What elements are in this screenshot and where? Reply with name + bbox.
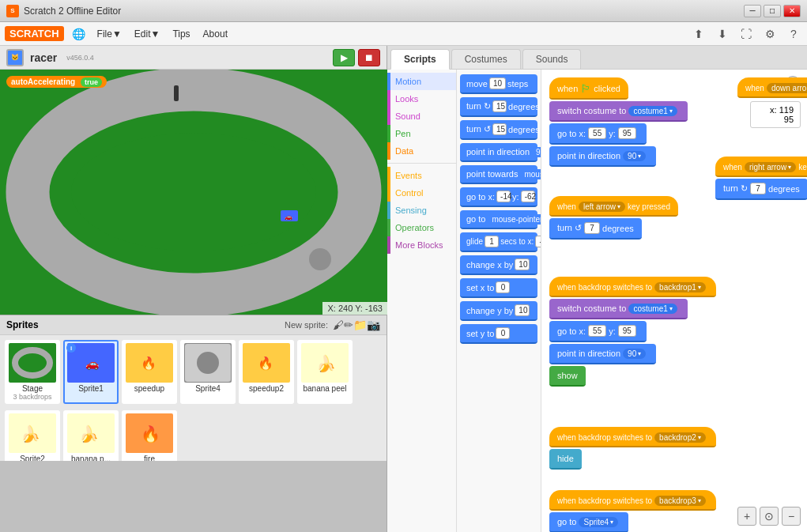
turn-val-ccw[interactable]: 7 [584,222,600,234]
upload-button[interactable]: ⬆ [690,25,707,43]
sprite-thumb-bananap[interactable]: 🍌 banana p... [63,410,119,461]
block-point-dir-2[interactable]: point in direction 90 [549,344,656,364]
block-goto[interactable]: go to mouse-pointer▾ [460,210,537,229]
sprite-thumb-sprite2[interactable]: 🍌 Sprite2 [5,410,60,461]
goto-y1[interactable]: 95 [618,127,636,139]
block-turncw-val[interactable]: 15 [492,100,507,112]
block-glide[interactable]: glide 1 secs to x:-14 y:-62 [460,232,537,252]
block-goto-target[interactable]: mouse-pointer▾ [487,214,541,224]
category-events[interactable]: Events [387,167,456,184]
block-point-dir-1[interactable]: point in direction 90 [549,146,656,167]
block-when-backdrop1[interactable]: when backdrop switches to backdrop1 [549,277,716,297]
category-more[interactable]: More Blocks [387,236,456,254]
block-point-towards[interactable]: point towards mouse-pointer▾ [460,165,537,184]
block-hide[interactable]: hide [549,449,582,470]
tab-sounds[interactable]: Sounds [522,49,582,69]
block-goto-xy-1[interactable]: go to x: 55 y: 95 [549,123,647,145]
category-operators[interactable]: Operators [387,219,456,236]
category-pen[interactable]: Pen [387,125,456,142]
camera-sprite-button[interactable]: 📷 [367,319,380,331]
edit-menu[interactable]: Edit▼ [131,27,164,41]
block-changey-val[interactable]: 10 [515,304,530,316]
block-move-val[interactable]: 10 [489,77,506,89]
fullscreen-button[interactable]: ⛶ [737,25,755,43]
block-set-x[interactable]: set x to 0 [460,278,537,298]
sprite-thumb-speedup[interactable]: 🔥 speedup [122,340,177,404]
block-turn-cw[interactable]: turn ↻ 15 degrees [460,97,537,117]
sprite-thumb-sprite1[interactable]: i 🚗 Sprite1 [63,340,119,404]
category-sound[interactable]: Sound [387,108,456,125]
block-when-down-arrow[interactable]: when down arro [737,77,807,98]
block-setx-val[interactable]: 0 [496,281,510,293]
tab-costumes[interactable]: Costumes [451,49,521,69]
file-menu[interactable]: File▼ [94,27,125,41]
tab-scripts[interactable]: Scripts [390,49,450,70]
go-button[interactable]: ▶ [333,49,355,66]
dir-dropdown-2[interactable]: 90 [623,349,646,359]
sprite-thumb-bananapeel[interactable]: 🍌 banana peel [297,340,353,404]
costume-dropdown-1[interactable]: costume1 [628,106,677,116]
key-dropdown-left[interactable]: left arrow [579,202,625,212]
goto-x1[interactable]: 55 [588,127,606,139]
about-menu[interactable]: About [200,27,231,41]
block-direction-val[interactable]: 90▾ [531,147,541,157]
block-goto-xy[interactable]: go to x:-14 y:-62 [460,187,537,207]
block-turn-ccw[interactable]: turn ↺ 15 degrees [460,120,537,140]
costume-dropdown-2[interactable]: costume1 [628,304,677,314]
maximize-button[interactable]: □ [764,5,781,17]
close-button[interactable]: ✕ [783,5,801,17]
help-circle-button[interactable]: ? [785,25,802,43]
block-turnccw-val[interactable]: 15 [492,123,507,135]
settings-button[interactable]: ⚙ [761,25,779,43]
sprite-thumb-speedup2[interactable]: 🔥 speedup2 [239,340,294,404]
sprite-thumb-fire[interactable]: 🔥 fire [122,410,177,461]
key-dropdown-down[interactable]: down arro [767,83,807,93]
sprite-thumb-sprite4[interactable]: Sprite4 [180,340,236,404]
zoom-out-button[interactable]: − [782,507,801,526]
block-when-left-arrow[interactable]: when left arrow key pressed [549,196,678,217]
block-when-flag-clicked[interactable]: when 🏳 clicked [549,77,628,100]
block-gotoy-val[interactable]: -62 [521,191,535,202]
upload-sprite-button[interactable]: 📁 [353,319,367,331]
block-gotox-val[interactable]: -14 [496,191,511,202]
backdrop-dropdown-2[interactable]: backdrop2 [654,432,706,443]
block-towards-val[interactable]: mouse-pointer▾ [519,169,541,179]
block-when-backdrop2[interactable]: when backdrop switches to backdrop2 [549,427,716,447]
key-dropdown-right[interactable]: right arrow [745,162,796,172]
goto-y2[interactable]: 95 [618,325,636,337]
category-motion[interactable]: Motion [387,73,456,90]
block-when-backdrop3[interactable]: when backdrop switches to backdrop3 [549,490,716,511]
block-change-x[interactable]: change x by 10 [460,255,537,275]
backdrop-dropdown-1[interactable]: backdrop1 [654,282,706,292]
block-switch-costume-2[interactable]: switch costume to costume1 [549,299,688,319]
block-goto-xy-2[interactable]: go to x: 55 y: 95 [549,321,647,342]
minimize-button[interactable]: ─ [744,5,761,17]
block-point-direction[interactable]: point in direction 90▾ [460,143,537,162]
turn-val-cw[interactable]: 7 [750,183,766,194]
stop-button[interactable]: ⏹ [358,49,380,66]
add-sprite-button[interactable]: ✏ [344,319,353,331]
block-glide-secs[interactable]: 1 [485,236,499,247]
category-looks[interactable]: Looks [387,90,456,108]
block-when-right-arrow[interactable]: when right arrow key pressed [715,157,807,177]
goto-x2[interactable]: 55 [588,325,606,337]
block-sety-val[interactable]: 0 [496,327,510,339]
block-goto-sprite4[interactable]: go to Sprite4 [549,512,628,532]
block-move[interactable]: move 10 steps [460,74,537,94]
language-button[interactable]: 🌐 [70,25,88,43]
tips-menu[interactable]: Tips [169,27,193,41]
block-switch-costume-1[interactable]: switch costume to costume1 [549,101,688,122]
block-show[interactable]: show [549,366,586,387]
dir-dropdown-1[interactable]: 90 [623,151,646,161]
category-sensing[interactable]: Sensing [387,202,456,219]
stage-thumbnail[interactable]: Stage 3 backdrops [5,340,60,404]
block-change-y[interactable]: change y by 10 [460,301,537,321]
zoom-reset-button[interactable]: ⊙ [760,507,779,526]
category-data[interactable]: Data [387,142,456,160]
block-glidex-val[interactable]: -14 [535,236,541,247]
block-turn-ccw-1[interactable]: turn ↺ 7 degrees [549,218,642,240]
goto-sprite4-dropdown[interactable]: Sprite4 [579,517,618,527]
block-set-y[interactable]: set y to 0 [460,324,537,344]
paint-sprite-button[interactable]: 🖌 [333,319,344,331]
zoom-in-button[interactable]: + [737,507,756,526]
